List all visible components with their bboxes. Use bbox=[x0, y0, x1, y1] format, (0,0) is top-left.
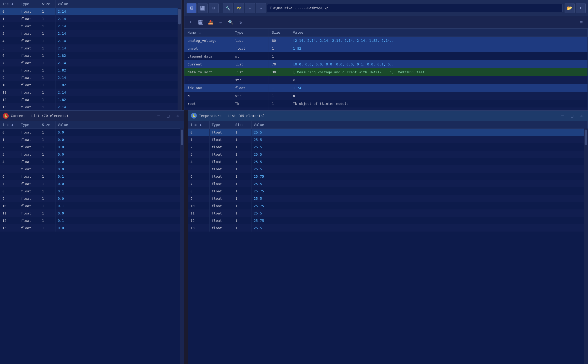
upload-btn[interactable]: ⬆ bbox=[576, 3, 586, 13]
table-row[interactable]: 0 float 1 0.0 bbox=[0, 129, 184, 136]
table-row[interactable]: 9 float 1 0.0 bbox=[0, 195, 184, 202]
refresh-btn[interactable]: ↻ bbox=[237, 19, 245, 26]
table-row[interactable]: data_to_sort list 30 ['Measuring voltage… bbox=[184, 68, 588, 76]
hamburger-btn[interactable]: ≡ bbox=[577, 19, 586, 26]
cell-varvalue: [2.14, 2.14, 2.14, 2.14, 2.14, 2.14, 1.8… bbox=[290, 37, 588, 44]
cell-size: 1 bbox=[40, 209, 56, 217]
cell-type: float bbox=[19, 15, 40, 22]
table-row[interactable]: 4 float 1 0.0 bbox=[0, 158, 184, 165]
table-row[interactable]: 13 float 1 2.14 bbox=[0, 103, 181, 111]
scrollbar-track[interactable] bbox=[178, 8, 181, 111]
temp-minimize-btn[interactable]: ─ bbox=[559, 112, 566, 119]
cell-vartype: list bbox=[232, 68, 269, 76]
table-row[interactable]: 1 float 1 0.0 bbox=[0, 136, 184, 143]
table-row[interactable]: analog_voltage list 80 [2.14, 2.14, 2.14… bbox=[184, 37, 588, 44]
table-row[interactable]: 6 float 1 25.75 bbox=[188, 173, 588, 180]
table-row[interactable]: 0 float 1 25.5 bbox=[188, 129, 588, 136]
table-row[interactable]: anvol float 1 1.82 bbox=[184, 44, 588, 52]
var-col-value: Value bbox=[290, 29, 588, 37]
cell-varvalue: n bbox=[290, 92, 588, 100]
table-row[interactable]: 10 float 1 0.1 bbox=[0, 202, 184, 209]
var-col-name[interactable]: Name ▴ bbox=[184, 29, 232, 37]
table-row[interactable]: 4 float 1 2.14 bbox=[0, 37, 181, 44]
table-row[interactable]: 9 float 1 2.14 bbox=[0, 74, 181, 81]
table-row[interactable]: 2 float 1 0.0 bbox=[0, 143, 184, 151]
save-btn[interactable] bbox=[198, 3, 208, 13]
table-row[interactable]: 12 float 1 1.82 bbox=[0, 96, 181, 103]
table-row[interactable]: cleaned_data str 1 bbox=[184, 52, 588, 60]
cell-value: 2.14 bbox=[56, 59, 181, 66]
search-btn[interactable]: 🔍 bbox=[227, 19, 235, 26]
table-row[interactable]: S str 1 s bbox=[184, 107, 588, 110]
back-btn[interactable]: ← bbox=[245, 3, 255, 13]
table-row[interactable]: 7 float 1 0.0 bbox=[0, 180, 184, 187]
table-row[interactable]: 1 float 1 2.14 bbox=[0, 15, 181, 22]
table-row[interactable]: 2 float 1 2.14 bbox=[0, 22, 181, 30]
cell-inc: 1 bbox=[188, 136, 209, 143]
table-row[interactable]: 5 float 1 0.0 bbox=[0, 165, 184, 173]
floppy-btn[interactable] bbox=[197, 19, 205, 26]
table-row[interactable]: 6 float 1 1.82 bbox=[0, 52, 181, 59]
python-btn[interactable]: Py bbox=[234, 3, 244, 13]
table-row[interactable]: 5 float 1 2.14 bbox=[0, 44, 181, 52]
table-row[interactable]: 12 float 1 0.1 bbox=[0, 217, 184, 224]
current-maximize-btn[interactable]: □ bbox=[164, 112, 172, 120]
table-row[interactable]: 3 float 1 0.0 bbox=[0, 151, 184, 158]
table-row[interactable]: 5 float 1 25.5 bbox=[188, 165, 588, 173]
cell-vartype: float bbox=[232, 84, 269, 92]
table-row[interactable]: 8 float 1 1.82 bbox=[0, 66, 181, 74]
table-row[interactable]: 7 float 1 2.14 bbox=[0, 59, 181, 66]
table-row[interactable]: 3 float 1 2.14 bbox=[0, 30, 181, 37]
current-scrollbar[interactable] bbox=[180, 129, 184, 364]
monitor-btn[interactable]: 🖥 bbox=[187, 3, 197, 13]
current-scrollbar-thumb[interactable] bbox=[181, 130, 183, 145]
address-bar[interactable] bbox=[267, 4, 562, 12]
wrench-btn[interactable]: 🔧 bbox=[223, 3, 233, 13]
table-row[interactable]: 0 float 1 2.14 bbox=[0, 8, 181, 15]
table-row[interactable]: 13 float 1 0.0 bbox=[0, 224, 184, 232]
cell-inc: 0 bbox=[188, 129, 209, 136]
temp-close-btn[interactable]: ✕ bbox=[578, 112, 585, 119]
table-row[interactable]: 13 float 1 25.5 bbox=[188, 224, 588, 232]
cell-inc: 4 bbox=[188, 158, 209, 165]
cell-inc: 2 bbox=[0, 143, 19, 151]
table-row[interactable]: Current list 70 [0.0, 0.0, 0.0, 0.0, 0.0… bbox=[184, 60, 588, 68]
temp-scrollbar[interactable] bbox=[584, 129, 588, 364]
table-row[interactable]: 12 float 1 25.75 bbox=[188, 217, 588, 224]
cell-type: float bbox=[19, 217, 40, 224]
table-row[interactable]: 11 float 1 2.14 bbox=[0, 89, 181, 96]
download-btn[interactable]: ⬇ bbox=[187, 19, 195, 26]
forward-btn[interactable]: → bbox=[256, 3, 266, 13]
table-row[interactable]: 1 float 1 25.5 bbox=[188, 136, 588, 143]
cell-size: 1 bbox=[40, 217, 56, 224]
table-row[interactable]: root Tk 1 Tk object of tkinter module bbox=[184, 100, 588, 107]
table-row[interactable]: N str 1 n bbox=[184, 92, 588, 100]
table-row[interactable]: 4 float 1 25.5 bbox=[188, 158, 588, 165]
table-row[interactable]: 3 float 1 25.5 bbox=[188, 151, 588, 158]
col-inc[interactable]: Inc ▲ bbox=[0, 0, 19, 8]
table-row[interactable]: 11 float 1 0.0 bbox=[0, 209, 184, 217]
folder-btn[interactable]: 📂 bbox=[565, 3, 575, 13]
temp-col-inc[interactable]: Inc ▲ bbox=[188, 121, 209, 129]
temperature-list-table: Inc ▲ Type Size Value 0 float 1 25.5 1 f… bbox=[188, 121, 588, 232]
table-row[interactable]: E str 1 e bbox=[184, 76, 588, 84]
table-row[interactable]: idx_anv float 1 1.74 bbox=[184, 84, 588, 92]
table-row[interactable]: 8 float 1 25.75 bbox=[188, 187, 588, 195]
current-col-inc[interactable]: Inc ▲ bbox=[0, 121, 19, 129]
scrollbar-thumb[interactable] bbox=[178, 9, 181, 24]
table-row[interactable]: 11 float 1 25.5 bbox=[188, 209, 588, 217]
table-row[interactable]: 2 float 1 25.5 bbox=[188, 143, 588, 151]
table-row[interactable]: 10 float 1 25.75 bbox=[188, 202, 588, 209]
table-row[interactable]: 10 float 1 1.82 bbox=[0, 81, 181, 89]
pen-btn[interactable]: ✏ bbox=[217, 19, 225, 26]
table-row[interactable]: 6 float 1 0.1 bbox=[0, 173, 184, 180]
upload2-btn[interactable]: 📤 bbox=[207, 19, 215, 26]
expand-btn[interactable]: ⊞ bbox=[209, 3, 219, 13]
table-row[interactable]: 7 float 1 25.5 bbox=[188, 180, 588, 187]
temp-maximize-btn[interactable]: □ bbox=[568, 112, 576, 119]
table-row[interactable]: 9 float 1 25.5 bbox=[188, 195, 588, 202]
table-row[interactable]: 8 float 1 0.1 bbox=[0, 187, 184, 195]
temp-scrollbar-thumb[interactable] bbox=[585, 130, 587, 145]
current-minimize-btn[interactable]: ─ bbox=[155, 112, 162, 120]
current-close-btn[interactable]: ✕ bbox=[174, 112, 181, 120]
